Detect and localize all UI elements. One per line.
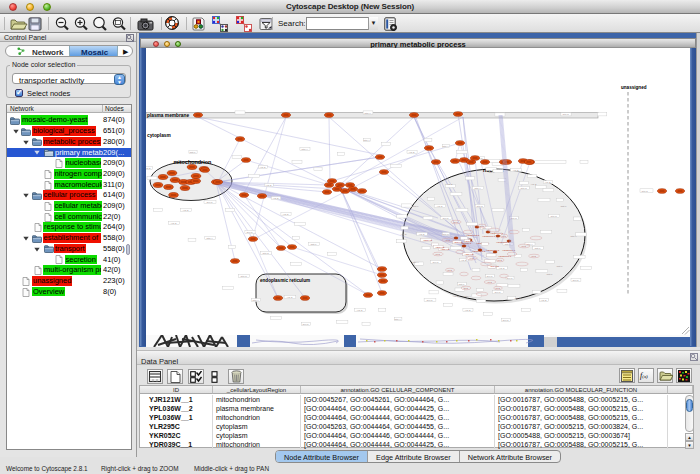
- svg-text:cytoplasm: cytoplasm: [147, 133, 171, 138]
- svg-text:Nta-4: Nta-4: [465, 295, 472, 298]
- svg-text:Yhl-2: Yhl-2: [287, 296, 293, 299]
- svg-text:Yhl-2: Yhl-2: [401, 233, 407, 236]
- svg-text:Oxi-d: Oxi-d: [495, 291, 502, 294]
- svg-text:Yhl-2: Yhl-2: [453, 295, 459, 298]
- svg-text:Nta-4: Nta-4: [413, 261, 420, 264]
- svg-text:Yb-2: Yb-2: [469, 257, 474, 259]
- svg-text:Yhl-2: Yhl-2: [266, 184, 272, 187]
- svg-text:Yhl-2: Yhl-2: [357, 309, 363, 312]
- svg-text:YGR240C-a: YGR240C-a: [496, 241, 510, 244]
- svg-text:Nta-4: Nta-4: [483, 227, 490, 230]
- svg-text:Oxi-d: Oxi-d: [487, 275, 494, 278]
- svg-text:Cst-6: Cst-6: [535, 247, 542, 250]
- svg-text:Yhl-2: Yhl-2: [283, 213, 289, 216]
- svg-text:YGR240C-a: YGR240C-a: [482, 235, 496, 238]
- svg-text:Gte-8: Gte-8: [521, 187, 528, 190]
- svg-text:Yhl-2: Yhl-2: [260, 166, 266, 169]
- svg-text:Oxi-d: Oxi-d: [433, 261, 440, 264]
- svg-text:Yb-2: Yb-2: [453, 221, 458, 223]
- svg-text:Oxi-d: Oxi-d: [573, 279, 580, 282]
- svg-text:Yhl-2: Yhl-2: [531, 183, 537, 186]
- svg-text:Cst-6: Cst-6: [561, 205, 568, 208]
- svg-text:Yhl-2: Yhl-2: [146, 167, 151, 170]
- svg-text:Yb-2: Yb-2: [447, 269, 452, 271]
- svg-text:Gte-8: Gte-8: [263, 252, 270, 255]
- svg-text:Yb-2: Yb-2: [501, 235, 506, 237]
- svg-text:Yhl-2: Yhl-2: [419, 233, 425, 236]
- svg-text:Yhl-2: Yhl-2: [545, 181, 551, 184]
- svg-text:Cst-6: Cst-6: [547, 273, 554, 276]
- svg-text:endoplasmic reticulum: endoplasmic reticulum: [260, 278, 310, 283]
- svg-text:YDR44C: YDR44C: [423, 239, 432, 241]
- svg-text:YDR44C: YDR44C: [435, 246, 444, 248]
- svg-text:Nta-4: Nta-4: [571, 235, 578, 238]
- svg-text:Oxi-d: Oxi-d: [247, 231, 254, 234]
- svg-text:Cst-6: Cst-6: [557, 265, 564, 268]
- svg-text:Oxi-d: Oxi-d: [207, 201, 214, 204]
- svg-text:Yhl-2: Yhl-2: [171, 222, 177, 225]
- svg-text:Yhl-2: Yhl-2: [183, 209, 189, 212]
- svg-text:Oxi-d: Oxi-d: [443, 217, 450, 220]
- svg-text:Gte-8: Gte-8: [551, 215, 558, 218]
- svg-text:Yhl-2: Yhl-2: [465, 309, 471, 312]
- svg-text:YGR240C-a: YGR240C-a: [466, 234, 480, 237]
- svg-text:mitochondrion: mitochondrion: [174, 159, 212, 165]
- svg-text:Yhl-2: Yhl-2: [409, 151, 415, 154]
- svg-text:Yb-2: Yb-2: [521, 245, 526, 247]
- svg-text:YDR44C: YDR44C: [464, 240, 473, 242]
- svg-text:Cst-6: Cst-6: [190, 151, 197, 154]
- svg-text:Oxi-d: Oxi-d: [303, 323, 310, 326]
- svg-text:Nta-4: Nta-4: [253, 299, 260, 302]
- svg-text:Nta-4: Nta-4: [207, 237, 214, 240]
- svg-text:Yb-2: Yb-2: [531, 255, 536, 257]
- svg-text:Yhl-2: Yhl-2: [273, 197, 279, 200]
- svg-text:YDR44C: YDR44C: [441, 248, 450, 250]
- svg-text:Gte-8: Gte-8: [477, 205, 484, 208]
- svg-text:Nta-4: Nta-4: [475, 187, 482, 190]
- svg-text:Yb-2: Yb-2: [479, 225, 484, 227]
- svg-text:Yb-2: Yb-2: [495, 287, 500, 289]
- svg-text:Yb-2: Yb-2: [463, 287, 468, 289]
- svg-text:Yhl-2: Yhl-2: [499, 267, 505, 270]
- svg-text:Oxi-d: Oxi-d: [515, 297, 522, 300]
- svg-text:Cst-6: Cst-6: [489, 171, 496, 174]
- svg-text:YDR44C: YDR44C: [454, 241, 463, 243]
- svg-text:YGR240C-a: YGR240C-a: [472, 250, 486, 253]
- svg-text:Yb-2: Yb-2: [445, 239, 450, 241]
- svg-text:Oxi-d: Oxi-d: [503, 319, 510, 322]
- svg-text:Nta-4: Nta-4: [395, 318, 402, 321]
- svg-text:Yb-2: Yb-2: [497, 259, 502, 261]
- svg-text:Cst-6: Cst-6: [311, 243, 318, 246]
- svg-text:YDR44C: YDR44C: [490, 265, 499, 267]
- svg-text:unassigned: unassigned: [621, 85, 647, 90]
- svg-text:Gte-8: Gte-8: [443, 233, 450, 236]
- svg-text:Yhl-2: Yhl-2: [447, 183, 453, 186]
- svg-text:plasma membrane: plasma membrane: [147, 113, 189, 118]
- svg-text:YGR240C-a: YGR240C-a: [486, 249, 500, 252]
- svg-text:Nta-4: Nta-4: [443, 145, 450, 148]
- svg-text:Gte-8: Gte-8: [563, 113, 570, 116]
- svg-text:Cst-6: Cst-6: [413, 205, 420, 208]
- svg-text:Gte-8: Gte-8: [241, 275, 248, 278]
- svg-text:Yhl-2: Yhl-2: [541, 299, 547, 302]
- svg-text:Nta-4: Nta-4: [365, 112, 372, 115]
- svg-text:Yb-2: Yb-2: [435, 253, 440, 255]
- svg-text:Nta-4: Nta-4: [302, 148, 309, 151]
- svg-text:Yhl-2: Yhl-2: [513, 169, 519, 172]
- svg-text:Yhl-2: Yhl-2: [437, 205, 443, 208]
- svg-text:Yb-2: Yb-2: [487, 281, 492, 283]
- svg-text:YDR44C: YDR44C: [465, 253, 474, 255]
- svg-text:Gte-8: Gte-8: [642, 190, 649, 193]
- svg-text:Oxi-d: Oxi-d: [427, 299, 434, 302]
- svg-text:Cst-6: Cst-6: [459, 283, 466, 286]
- svg-text:Nta-4: Nta-4: [364, 139, 371, 142]
